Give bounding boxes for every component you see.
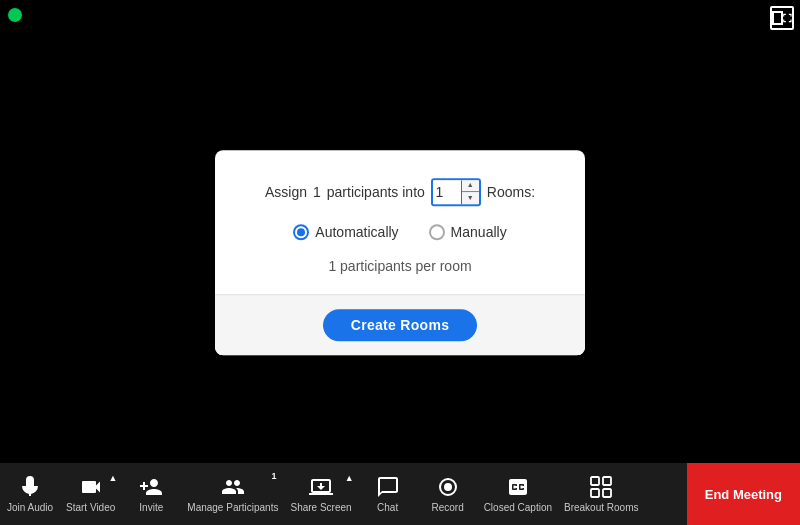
participants-badge: 1 bbox=[271, 471, 276, 481]
modal-body: Assign 1 participants into Rooms: bbox=[215, 150, 585, 294]
manual-radio-circle bbox=[429, 224, 445, 240]
spinner-buttons bbox=[461, 180, 479, 204]
join-audio-label: Join Audio bbox=[7, 502, 53, 513]
end-meeting-button[interactable]: End Meeting bbox=[687, 463, 800, 525]
chat-label: Chat bbox=[377, 502, 398, 513]
breakout-icon bbox=[589, 475, 613, 499]
auto-radio-circle bbox=[293, 224, 309, 240]
svg-rect-4 bbox=[591, 489, 599, 497]
toolbar-items: Join Audio Start Video ▲ Invite 1 Manage… bbox=[0, 463, 687, 525]
manual-radio-option[interactable]: Manually bbox=[429, 224, 507, 240]
toolbar-item-manage-participants[interactable]: 1 Manage Participants bbox=[181, 463, 284, 525]
auto-radio-option[interactable]: Automatically bbox=[293, 224, 398, 240]
invite-label: Invite bbox=[139, 502, 163, 513]
chat-icon bbox=[376, 475, 400, 499]
toolbar-item-closed-caption[interactable]: Closed Caption bbox=[478, 463, 558, 525]
assign-middle: participants into bbox=[327, 184, 425, 200]
closed-caption-label: Closed Caption bbox=[484, 502, 552, 513]
cc-icon bbox=[506, 475, 530, 499]
share-screen-label: Share Screen bbox=[290, 502, 351, 513]
record-icon bbox=[436, 475, 460, 499]
status-dot bbox=[8, 8, 22, 22]
toolbar-item-invite[interactable]: Invite bbox=[121, 463, 181, 525]
toolbar-item-share-screen[interactable]: Share Screen ▲ bbox=[284, 463, 357, 525]
svg-point-1 bbox=[444, 483, 452, 491]
assignment-type-row: Automatically Manually bbox=[245, 224, 555, 240]
breakout-rooms-label: Breakout Rooms bbox=[564, 502, 638, 513]
toolbar-item-breakout-rooms[interactable]: Breakout Rooms bbox=[558, 463, 644, 525]
participants-count: 1 bbox=[313, 184, 321, 200]
audio-icon bbox=[18, 475, 42, 499]
start-video-label: Start Video bbox=[66, 502, 115, 513]
manual-label: Manually bbox=[451, 224, 507, 240]
toolbar: Join Audio Start Video ▲ Invite 1 Manage… bbox=[0, 463, 800, 525]
manage-participants-label: Manage Participants bbox=[187, 502, 278, 513]
per-room-text: 1 participants per room bbox=[245, 258, 555, 274]
video-icon bbox=[79, 475, 103, 499]
fullscreen-button[interactable] bbox=[770, 6, 794, 30]
breakout-rooms-modal: Assign 1 participants into Rooms: bbox=[215, 150, 585, 355]
assign-label: Assign bbox=[265, 184, 307, 200]
spinner-down-button[interactable] bbox=[462, 192, 479, 204]
rooms-number-input[interactable] bbox=[433, 180, 461, 204]
modal-footer: Create Rooms bbox=[215, 294, 585, 355]
rooms-suffix: Rooms: bbox=[487, 184, 535, 200]
toolbar-item-join-audio[interactable]: Join Audio bbox=[0, 463, 60, 525]
assign-row: Assign 1 participants into Rooms: bbox=[245, 178, 555, 206]
svg-rect-3 bbox=[603, 477, 611, 485]
chevron-down-icon bbox=[467, 194, 474, 202]
toolbar-item-start-video[interactable]: Start Video ▲ bbox=[60, 463, 121, 525]
video-caret-icon: ▲ bbox=[108, 473, 117, 483]
spinner-up-button[interactable] bbox=[462, 180, 479, 193]
participants-icon bbox=[221, 475, 245, 499]
rooms-spinner[interactable] bbox=[431, 178, 481, 206]
svg-rect-5 bbox=[603, 489, 611, 497]
share-screen-icon bbox=[309, 475, 333, 499]
invite-icon bbox=[139, 475, 163, 499]
toolbar-item-chat[interactable]: Chat bbox=[358, 463, 418, 525]
create-rooms-button[interactable]: Create Rooms bbox=[323, 309, 478, 341]
chevron-up-icon bbox=[467, 182, 474, 190]
toolbar-item-record[interactable]: Record bbox=[418, 463, 478, 525]
svg-rect-2 bbox=[591, 477, 599, 485]
auto-label: Automatically bbox=[315, 224, 398, 240]
share-caret-icon: ▲ bbox=[345, 473, 354, 483]
record-label: Record bbox=[432, 502, 464, 513]
